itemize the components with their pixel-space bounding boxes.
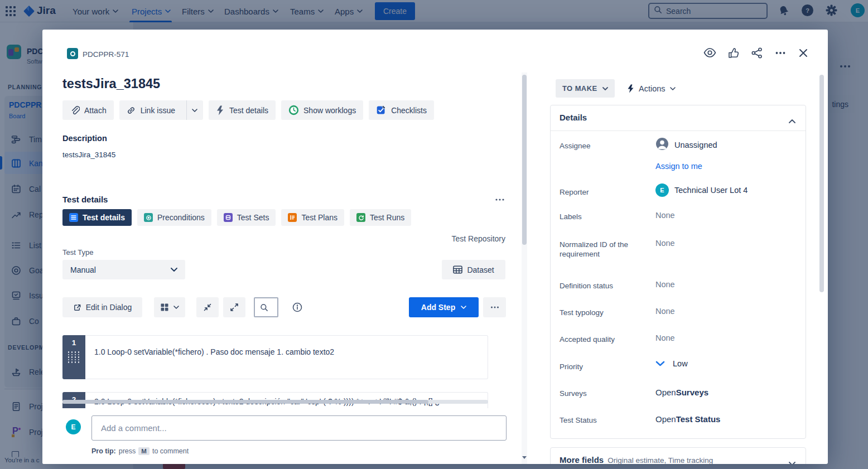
watch-eye-icon[interactable]	[703, 46, 716, 59]
test-details-button[interactable]: Test details	[209, 100, 276, 120]
tab-test-details[interactable]: Test details	[62, 209, 132, 226]
issue-title: testsJira_31845	[62, 76, 160, 91]
accepted-quality-value[interactable]: None	[655, 333, 675, 342]
attach-button[interactable]: Attach	[62, 100, 114, 120]
lightning-icon	[627, 84, 634, 93]
details-card: Details Assignee Unassigned Assign to me…	[550, 105, 806, 439]
details-heading: Details	[560, 113, 587, 122]
info-icon[interactable]	[292, 302, 302, 315]
scroll-down-arrow-icon[interactable]	[522, 456, 527, 459]
test-typology-value[interactable]: None	[655, 307, 675, 316]
chevron-down-icon	[171, 268, 177, 272]
surveys-value[interactable]: OpenSurveys	[655, 388, 708, 397]
expand-more-fields-icon[interactable]	[789, 458, 795, 464]
expand-all-button[interactable]	[223, 297, 245, 317]
panel-vertical-scrollbar[interactable]	[819, 72, 824, 464]
external-link-icon	[73, 303, 81, 312]
labels-value[interactable]: None	[655, 211, 675, 220]
reporter-value[interactable]: E Technical User Lot 4	[655, 183, 748, 197]
more-actions-icon[interactable]	[774, 47, 787, 59]
assign-to-me-link[interactable]: Assign to me	[655, 162, 702, 171]
test-sets-tab-icon	[224, 213, 233, 222]
test-status-label: Test Status	[560, 415, 655, 425]
tab-test-plans[interactable]: Test Plans	[281, 209, 344, 226]
chevron-down-icon	[192, 109, 197, 112]
priority-value[interactable]: Low	[655, 359, 688, 368]
test-details-heading: Test details	[62, 195, 108, 204]
lightning-icon	[216, 105, 225, 115]
test-tabs: Test details Preconditions Test Sets Tes…	[62, 209, 411, 226]
more-fields-card[interactable]: More fieldsOriginal estimate, Time track…	[550, 447, 806, 464]
test-type-select[interactable]: Manual	[62, 260, 185, 279]
step-1-drag-handle[interactable]: 1	[62, 335, 85, 379]
test-runs-tab-icon	[356, 213, 365, 222]
status-dropdown[interactable]: TO MAKE	[556, 79, 615, 98]
add-comment-input[interactable]: Add a comment...	[91, 415, 507, 441]
step-1-text: 1.0 Loop-0 setVariable(*fichero) . Paso …	[94, 347, 334, 356]
normalized-id-label: Normalized ID of the requirement	[560, 240, 655, 259]
checklist-icon	[376, 105, 387, 115]
jira-app: Jira Your work Projects Filters Dashboar…	[0, 0, 868, 469]
definition-status-label: Definition status	[560, 281, 655, 291]
chevron-down-icon	[173, 306, 179, 309]
step-1-row[interactable]: 1.0 Loop-0 setVariable(*fichero) . Paso …	[85, 335, 488, 379]
actions-dropdown[interactable]: Actions	[627, 79, 676, 98]
reporter-avatar: E	[655, 183, 669, 197]
more-fields-heading: More fieldsOriginal estimate, Time track…	[560, 455, 713, 464]
chevron-down-icon	[670, 87, 676, 90]
scrollbar-thumb[interactable]	[522, 75, 527, 245]
assignee-value[interactable]: Unassigned	[655, 137, 717, 152]
issue-detail-modal: PDCPPR-571 testsJira_31845 Attach Link i…	[42, 30, 828, 464]
steps-search-box[interactable]	[254, 297, 278, 317]
tab-test-sets[interactable]: Test Sets	[217, 209, 276, 226]
steps-horizontal-scrollbar[interactable]	[62, 400, 488, 404]
test-details-more-icon[interactable]	[495, 195, 505, 207]
search-icon	[260, 303, 268, 312]
dataset-button[interactable]: Dataset	[442, 260, 505, 279]
checklists-button[interactable]: Checklists	[369, 100, 434, 120]
scrollbar-thumb[interactable]	[819, 75, 824, 292]
description-body[interactable]: testsJira_31845	[62, 151, 115, 159]
test-details-tab-icon	[69, 213, 78, 222]
scrollbar-thumb[interactable]	[62, 400, 428, 404]
test-plans-tab-icon	[288, 213, 297, 222]
normalized-id-value[interactable]: None	[655, 239, 675, 248]
view-mode-dropdown[interactable]	[154, 297, 185, 317]
link-issue-button[interactable]: Link issue	[119, 100, 203, 120]
quick-actions-bar: Attach Link issue Test details Show work…	[62, 100, 434, 120]
chevron-down-icon	[602, 87, 608, 90]
labels-label: Labels	[560, 212, 655, 221]
content-vertical-scrollbar[interactable]	[522, 72, 527, 464]
accepted-quality-label: Accepted quality	[560, 335, 655, 344]
definition-status-value[interactable]: None	[655, 280, 675, 289]
link-issue-dropdown[interactable]	[186, 100, 203, 120]
tab-preconditions[interactable]: Preconditions	[137, 209, 211, 226]
surveys-label: Surveys	[560, 389, 655, 398]
worklog-clock-icon	[288, 105, 299, 115]
share-icon[interactable]	[751, 47, 763, 59]
like-thumbsup-icon[interactable]	[727, 47, 740, 59]
edit-in-dialog-button[interactable]: Edit in Dialog	[62, 297, 142, 317]
dataset-table-icon	[453, 265, 462, 274]
paperclip-icon	[70, 105, 80, 115]
close-icon[interactable]	[798, 47, 809, 59]
issue-key[interactable]: PDCPPR-571	[83, 50, 129, 59]
collapse-details-icon[interactable]	[789, 115, 795, 125]
test-repository-link[interactable]: Test Repository	[62, 234, 505, 243]
comment-protip: Pro tip: press M to comment	[91, 447, 189, 455]
comment-footer: E Add a comment... Pro tip: press M to c…	[42, 408, 523, 464]
show-worklogs-button[interactable]: Show worklogs	[281, 100, 363, 120]
collapse-all-button[interactable]	[196, 297, 219, 317]
reporter-label: Reporter	[560, 187, 655, 197]
test-issue-type-icon[interactable]	[67, 48, 78, 59]
unassigned-avatar-icon	[655, 137, 669, 152]
assignee-label: Assignee	[560, 141, 655, 151]
test-type-label: Test Type	[62, 248, 93, 257]
link-icon	[126, 105, 136, 115]
step-number: 1	[62, 339, 85, 347]
test-status-value[interactable]: OpenTest Status	[655, 414, 720, 424]
tab-test-runs[interactable]: Test Runs	[350, 209, 411, 226]
add-step-button[interactable]: Add Step	[409, 297, 479, 317]
drag-dots-icon	[62, 351, 85, 363]
steps-more-button[interactable]	[483, 297, 506, 317]
